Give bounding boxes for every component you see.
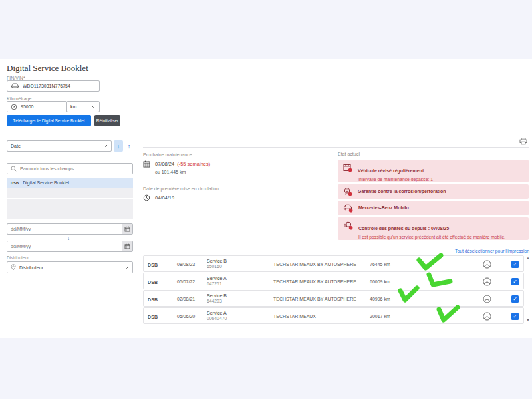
dsb-badge: DSB — [148, 280, 158, 285]
service-type: Service A647251 — [207, 276, 227, 286]
next-maintenance-label: Prochaine maintenance — [143, 152, 192, 157]
chevron-down-icon — [91, 105, 96, 108]
list-item-label: Digital Service Booklet — [23, 180, 69, 185]
alert-corrosion-warranty: Garantie contre la corrosion/perforation — [338, 184, 529, 199]
clock-icon — [143, 194, 150, 201]
alert-service-regular: Véhicule révisé régulièrement Intervalle… — [338, 160, 529, 182]
first-registration-label: Date de première mise en circulation — [143, 186, 219, 191]
km-unit-value: km — [70, 104, 76, 109]
service-number: 644203 — [207, 299, 227, 303]
sort-descending-button[interactable]: ↓ — [114, 140, 123, 152]
calendar-icon — [143, 160, 150, 168]
calendar-picker-button[interactable] — [122, 224, 132, 234]
sort-select-value: Date — [11, 144, 21, 148]
print-checkbox[interactable]: ✓ — [511, 313, 519, 320]
headlight-alert-icon — [343, 221, 353, 230]
alert-title: Contrôle des phares dû depuis : 07/08/25 — [358, 226, 449, 231]
current-state-title: Etat actuel — [338, 152, 360, 156]
fin-label: FIN/VIN* — [7, 76, 25, 80]
search-field[interactable] — [7, 163, 133, 174]
alert-title: Véhicule révisé régulièrement — [358, 168, 424, 173]
main-divider — [143, 147, 529, 148]
car-alert-icon — [343, 203, 353, 213]
reset-button[interactable]: Réinitialiser — [94, 115, 120, 126]
car-icon — [11, 83, 19, 89]
mileage: 20017 km — [370, 314, 390, 319]
print-icon[interactable] — [519, 138, 527, 145]
mercedes-star-icon — [483, 312, 491, 321]
service-type: Service B644203 — [207, 293, 227, 303]
mercedes-star-icon — [483, 260, 491, 269]
list-item-dsb[interactable]: DSB Digital Service Booklet — [7, 178, 133, 188]
date-to-input[interactable] — [11, 244, 118, 249]
first-registration-row: 04/04/19 — [143, 194, 174, 201]
odometer-icon — [11, 104, 17, 110]
document-type-list: DSB Digital Service Booklet — [7, 178, 133, 220]
km-label: Kilométrage — [7, 96, 31, 101]
search-icon — [11, 166, 17, 172]
alert-subtitle: Intervalle de maintenance dépassé: 1 — [358, 177, 433, 182]
table-row[interactable]: DSB 05/06/20 Service A00640470 TECHSTAR … — [143, 307, 524, 324]
mileage: 76445 km — [370, 262, 390, 267]
service-number: 650160 — [207, 264, 227, 269]
date-from-input[interactable] — [11, 227, 118, 231]
fin-field[interactable] — [7, 80, 100, 92]
fin-input[interactable] — [23, 84, 96, 88]
calendar-picker-button[interactable] — [122, 241, 132, 251]
content-card: Digital Service Booklet FIN/VIN* Kilomét… — [0, 59, 532, 338]
km-unit-select[interactable]: km — [66, 101, 100, 112]
km-input[interactable] — [21, 104, 63, 109]
next-maintenance-row: 07/08/24 (-55 semaines) — [143, 160, 210, 168]
table-row[interactable]: DSB 02/08/21 Service B644203 TECHSTAR ME… — [143, 290, 524, 307]
alert-title: Garantie contre la corrosion/perforation — [358, 188, 446, 195]
warranty-seal-icon — [343, 187, 352, 196]
alert-headlight-check: Contrôle des phares dû depuis : 07/08/25… — [338, 217, 529, 240]
dsb-badge: DSB — [148, 297, 158, 302]
service-date: 05/06/20 — [177, 314, 195, 319]
service-date: 02/08/21 — [177, 297, 195, 301]
distributor-label: Distributeur — [7, 255, 29, 260]
sort-select[interactable]: Date — [7, 140, 112, 152]
chevron-down-icon — [124, 266, 129, 269]
list-item-empty — [7, 188, 133, 198]
list-item-empty — [7, 199, 133, 209]
alert-mobilo: Mercedes-Benz Mobilo — [338, 201, 529, 215]
table-row[interactable]: DSB 05/07/22 Service A647251 TECHSTAR ME… — [143, 273, 524, 289]
mercedes-star-icon — [483, 277, 491, 286]
dealer-name: TECHSTAR MEAUX BY AUTOSPHERE — [273, 279, 356, 284]
current-state-panel: Véhicule révisé régulièrement Intervalle… — [338, 160, 529, 242]
date-from-field[interactable] — [7, 223, 133, 235]
print-checkbox[interactable]: ✓ — [511, 261, 519, 268]
first-registration-date: 04/04/19 — [155, 195, 174, 201]
distributor-select[interactable]: Distributeur — [7, 261, 133, 273]
distributor-value: Distributeur — [19, 265, 43, 270]
next-maintenance-delta: (-55 semaines) — [177, 161, 210, 167]
scroll-up-arrow[interactable]: ▲ — [526, 256, 530, 260]
table-row[interactable]: DSB 08/08/23 Service B650160 TECHSTAR ME… — [143, 255, 524, 272]
print-checkbox[interactable]: ✓ — [511, 278, 519, 285]
search-input[interactable] — [20, 166, 129, 171]
print-checkbox[interactable]: ✓ — [511, 295, 519, 303]
service-date: 05/07/22 — [177, 279, 195, 284]
download-dsb-button[interactable]: Télécharger le Digital Service Booklet — [7, 115, 91, 126]
mileage: 40996 km — [370, 297, 390, 301]
chevron-down-icon — [103, 144, 108, 148]
km-field[interactable] — [7, 101, 67, 112]
service-type: Service B650160 — [207, 259, 227, 269]
alert-title: Mercedes-Benz Mobilo — [358, 205, 409, 211]
dealer-name: TECHSTAR MEAUX — [273, 314, 316, 319]
alert-subtitle: Il est possible qu'un service précédent … — [358, 235, 505, 239]
date-to-field[interactable] — [7, 241, 133, 252]
sort-ascending-button[interactable]: ↑ — [124, 140, 134, 152]
location-pin-icon — [11, 264, 16, 271]
mileage: 60009 km — [370, 279, 390, 284]
filter-panel-divider — [7, 134, 133, 134]
scroll-down-arrow[interactable]: ▼ — [526, 318, 530, 322]
page-title: Digital Service Booklet — [7, 63, 88, 74]
next-maintenance-km: ou 101.445 km — [155, 170, 186, 174]
dealer-name: TECHSTAR MEAUX BY AUTOSPHERE — [273, 262, 356, 267]
mercedes-star-icon — [483, 295, 491, 303]
next-maintenance-date: 07/08/24 — [155, 161, 174, 167]
deselect-all-print-link[interactable]: Tout déselectionner pour l'impression — [455, 249, 529, 253]
dealer-name: TECHSTAR MEAUX BY AUTOSPHERE — [273, 297, 356, 301]
